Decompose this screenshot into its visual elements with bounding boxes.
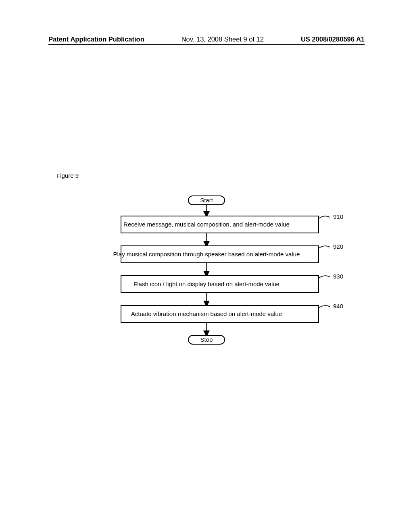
flow-step-940-ref: 940: [333, 303, 343, 310]
flow-step-920-text: Play musical composition through speaker…: [113, 251, 300, 258]
header-right: US 2008/0280596 A1: [301, 35, 365, 43]
header-left: Patent Application Publication: [48, 35, 144, 43]
flow-step-910-text: Receive message, musical composition, an…: [123, 221, 290, 228]
ref-connector: [319, 216, 330, 218]
flow-step-940-text: Actuate vibration mechanism based on ale…: [131, 310, 282, 317]
ref-connector: [319, 305, 330, 308]
flow-step-930-ref: 930: [333, 273, 343, 280]
flowchart: Start Receive message, musical compositi…: [0, 193, 413, 395]
ref-connector: [319, 246, 330, 248]
figure-caption: Figure 9: [56, 172, 79, 179]
terminator-start-label: Start: [200, 197, 213, 204]
patent-page: Patent Application Publication Nov. 13, …: [0, 0, 413, 532]
flow-step-910-ref: 910: [333, 213, 343, 220]
flow-step-920-ref: 920: [333, 243, 343, 250]
terminator-stop-label: Stop: [200, 336, 213, 343]
ref-connector: [319, 276, 330, 278]
flow-step-930-text: Flash icon / light on display based on a…: [133, 281, 280, 287]
page-header: Patent Application Publication Nov. 13, …: [48, 35, 365, 45]
header-center: Nov. 13, 2008 Sheet 9 of 12: [181, 35, 264, 43]
